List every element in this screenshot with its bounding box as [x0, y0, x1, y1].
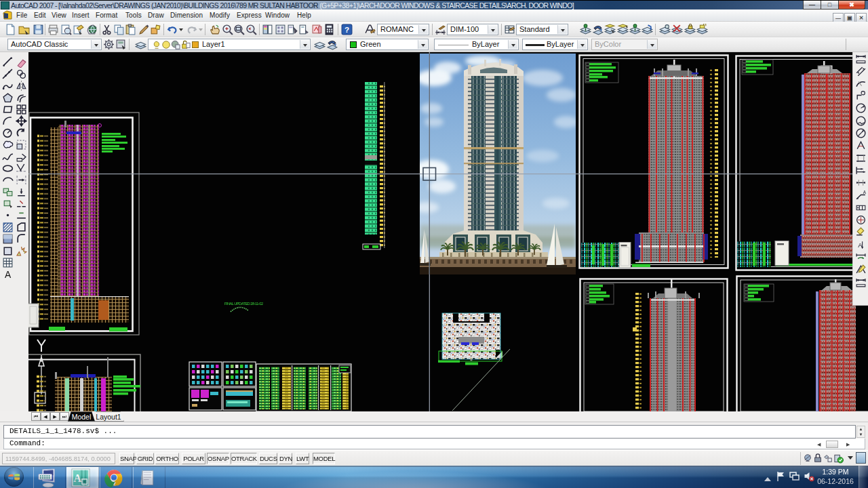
svg-text:A: A — [863, 190, 866, 195]
svg-text:A: A — [4, 269, 11, 280]
svg-text:FINAL UPDATED 28-11-02: FINAL UPDATED 28-11-02 — [224, 302, 263, 306]
svg-text:A: A — [74, 472, 82, 484]
svg-text:?: ? — [344, 25, 349, 34]
